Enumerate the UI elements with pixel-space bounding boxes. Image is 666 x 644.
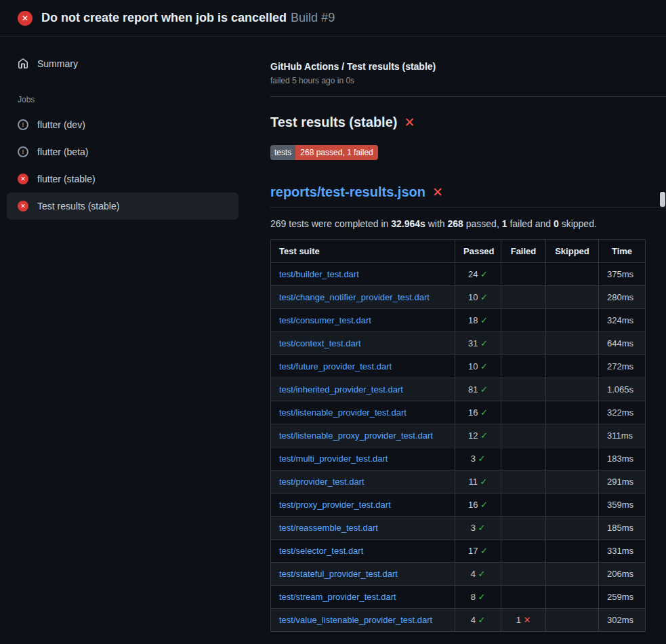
count-value: 18 (468, 315, 480, 325)
skipped-cell (546, 609, 599, 632)
failed-status-icon: ✕ (18, 11, 33, 26)
table-row: test/context_test.dart31 ✓644ms (271, 332, 646, 355)
neutral-status-icon: ! (18, 146, 28, 157)
table-header-row: Test suite Passed Failed Skipped Time (271, 240, 646, 263)
failed-cell (501, 470, 546, 494)
count-value: 4 (471, 615, 478, 625)
layout: Summary Jobs !flutter (dev)!flutter (bet… (0, 37, 666, 632)
passed-cell: 8 ✓ (455, 586, 501, 609)
summary-segment: with (425, 218, 448, 229)
results-table: Test suite Passed Failed Skipped Time te… (270, 239, 646, 632)
suite-link[interactable]: test/stateful_provider_test.dart (279, 569, 398, 579)
suite-link[interactable]: test/listenable_proxy_provider_test.dart (279, 430, 433, 441)
time-cell: 206ms (599, 563, 646, 586)
time-cell: 324ms (599, 309, 646, 332)
passed-cell: 4 ✓ (455, 609, 501, 632)
jobs-list: !flutter (dev)!flutter (beta)✕flutter (s… (7, 111, 238, 220)
failed-x-icon: ✕ (432, 186, 443, 199)
table-row: test/listenable_proxy_provider_test.dart… (271, 424, 646, 447)
suite-cell: test/builder_test.dart (271, 263, 455, 286)
check-icon: ✓ (480, 338, 488, 348)
suite-link[interactable]: test/reassemble_test.dart (279, 523, 378, 533)
skipped-cell (546, 563, 599, 586)
time-cell: 1.065s (599, 378, 646, 401)
table-row: test/future_provider_test.dart10 ✓272ms (271, 355, 646, 378)
table-row: test/consumer_test.dart18 ✓324ms (271, 309, 646, 332)
count-value: 17 (468, 546, 480, 556)
summary-skipped-count: 0 (554, 218, 559, 229)
check-icon: ✓ (480, 384, 488, 395)
skipped-cell (546, 540, 599, 563)
time-cell: 302ms (599, 609, 646, 632)
sidebar-item-job[interactable]: ✕Test results (stable) (7, 193, 238, 220)
report-link[interactable]: reports/test-results.json (270, 184, 425, 200)
time-cell: 331ms (599, 540, 646, 563)
time-cell: 185ms (599, 517, 646, 540)
suite-link[interactable]: test/value_listenable_provider_test.dart (279, 615, 432, 625)
skipped-cell (546, 586, 599, 609)
table-row: test/provider_test.dart11 ✓291ms (271, 470, 646, 494)
passed-cell: 16 ✓ (455, 494, 501, 517)
passed-cell: 31 ✓ (455, 332, 501, 355)
failed-status-icon: ✕ (18, 201, 28, 212)
failed-cell (501, 540, 546, 563)
time-cell: 280ms (599, 286, 646, 309)
failed-status-icon: ✕ (18, 174, 28, 184)
suite-link[interactable]: test/provider_test.dart (279, 477, 365, 487)
sidebar-item-job[interactable]: !flutter (beta) (7, 138, 238, 165)
suite-cell: test/consumer_test.dart (271, 309, 455, 332)
table-row: test/inherited_provider_test.dart81 ✓1.0… (271, 378, 646, 401)
check-icon: ✓ (478, 615, 485, 625)
suite-link[interactable]: test/builder_test.dart (279, 269, 359, 279)
suite-cell: test/value_listenable_provider_test.dart (271, 609, 455, 632)
check-icon: ✓ (480, 269, 488, 279)
check-icon: ✓ (478, 454, 485, 464)
check-icon: ✓ (478, 592, 485, 602)
failed-cell (501, 355, 546, 378)
neutral-status-icon: ! (18, 119, 28, 130)
skipped-cell (546, 263, 599, 286)
count-value: 16 (468, 500, 480, 510)
count-value: 10 (468, 361, 480, 371)
failed-cell (501, 263, 546, 286)
suite-link[interactable]: test/future_provider_test.dart (279, 361, 392, 371)
table-row: test/listenable_provider_test.dart16 ✓32… (271, 401, 646, 424)
suite-cell: test/listenable_proxy_provider_test.dart (271, 424, 455, 447)
passed-cell: 18 ✓ (455, 309, 501, 332)
sidebar-item-label: flutter (dev) (37, 119, 85, 130)
count-value: 12 (468, 430, 480, 441)
suite-link[interactable]: test/change_notifier_provider_test.dart (279, 292, 430, 302)
suite-link[interactable]: test/selector_test.dart (279, 546, 363, 556)
sidebar-item-job[interactable]: ✕flutter (stable) (7, 165, 238, 193)
table-row: test/multi_provider_test.dart3 ✓183ms (271, 447, 646, 470)
scrollbar-thumb[interactable] (660, 192, 665, 207)
check-icon: ✓ (480, 292, 488, 302)
failed-cell (501, 378, 546, 401)
tests-badge: tests 268 passed, 1 failed (270, 145, 378, 160)
skipped-cell (546, 401, 599, 424)
sidebar-item-job[interactable]: !flutter (dev) (7, 111, 238, 138)
suite-link[interactable]: test/listenable_provider_test.dart (279, 407, 407, 418)
skipped-cell (546, 424, 599, 447)
suite-link[interactable]: test/context_test.dart (279, 338, 361, 348)
suite-link[interactable]: test/consumer_test.dart (279, 315, 371, 325)
suite-cell: test/change_notifier_provider_test.dart (271, 286, 455, 309)
skipped-cell (546, 355, 599, 378)
sidebar-item-summary[interactable]: Summary (7, 50, 238, 77)
check-icon: ✓ (480, 315, 488, 325)
suite-link[interactable]: test/multi_provider_test.dart (279, 454, 388, 464)
table-row: test/proxy_provider_test.dart16 ✓359ms (271, 494, 646, 517)
passed-cell: 4 ✓ (455, 563, 501, 586)
suite-link[interactable]: test/proxy_provider_test.dart (279, 500, 391, 510)
check-icon: ✓ (478, 523, 485, 533)
suite-cell: test/listenable_provider_test.dart (271, 401, 455, 424)
table-row: test/builder_test.dart24 ✓375ms (271, 263, 646, 286)
failed-cell (501, 309, 546, 332)
suite-link[interactable]: test/inherited_provider_test.dart (279, 384, 403, 395)
count-value: 8 (471, 592, 478, 602)
summary-segment: failed and (507, 218, 554, 229)
count-value: 16 (468, 407, 480, 418)
skipped-cell (546, 447, 599, 470)
suite-link[interactable]: test/stream_provider_test.dart (279, 592, 396, 602)
page-title: Do not create report when job is cancell… (41, 11, 335, 26)
